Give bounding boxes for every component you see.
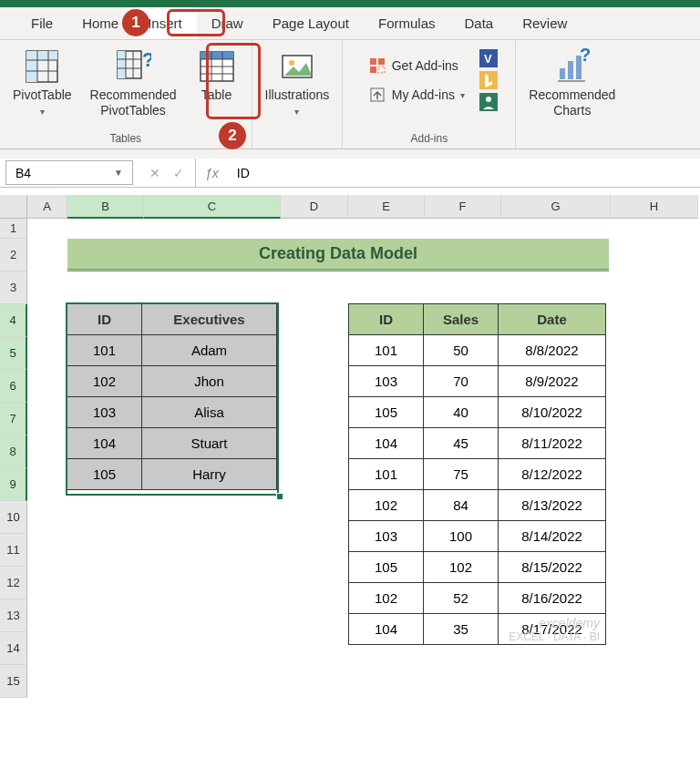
table-cell[interactable]: Stuart	[142, 428, 277, 459]
table-cell[interactable]: 40	[424, 397, 499, 428]
table-cell[interactable]: 75	[424, 459, 499, 490]
table-cell[interactable]: 8/14/2022	[499, 521, 606, 552]
table-cell[interactable]: 45	[424, 428, 499, 459]
table-cell[interactable]: Alisa	[142, 397, 277, 428]
my-addins-button[interactable]: My Add-ins ▾	[361, 82, 472, 107]
row-header[interactable]: 6	[0, 370, 27, 403]
table-cell[interactable]: 35	[424, 614, 499, 645]
visio-icon[interactable]: V	[479, 49, 498, 67]
table-button[interactable]: Table	[190, 44, 244, 107]
pivottable-button[interactable]: PivotTable▾	[7, 44, 77, 122]
table-row: 1051028/15/2022	[349, 552, 606, 583]
tab-review[interactable]: Review	[508, 7, 582, 39]
table-cell[interactable]: 101	[349, 459, 424, 490]
tab-file[interactable]: File	[16, 7, 67, 39]
col-header[interactable]: E	[348, 195, 425, 219]
table-cell[interactable]: Adam	[142, 335, 277, 366]
ribbon-group-illustrations: Illustrations▾	[252, 40, 344, 148]
row-header[interactable]: 4	[0, 304, 27, 337]
table-header[interactable]: ID	[67, 304, 142, 335]
table-header[interactable]: ID	[349, 304, 424, 335]
table-cell[interactable]: 70	[424, 366, 499, 397]
row-header[interactable]: 10	[0, 501, 27, 534]
col-header[interactable]: H	[611, 195, 698, 219]
tab-draw[interactable]: Draw	[197, 7, 258, 39]
table-cell[interactable]: 103	[67, 397, 142, 428]
row-header[interactable]: 12	[0, 567, 27, 599]
table-cell[interactable]: 8/8/2022	[499, 335, 606, 366]
row-header[interactable]: 2	[0, 239, 27, 271]
formula-bar[interactable]: ID	[228, 159, 700, 187]
row-header[interactable]: 15	[0, 665, 27, 698]
row-header[interactable]: 8	[0, 435, 27, 468]
row-header[interactable]: 5	[0, 337, 27, 370]
row-header[interactable]: 7	[0, 403, 27, 435]
people-icon[interactable]	[479, 93, 498, 111]
recommended-pivottables-icon: ?	[114, 47, 152, 86]
table-cell[interactable]: 8/10/2022	[499, 397, 606, 428]
table-cell[interactable]: 8/15/2022	[499, 552, 606, 583]
cancel-icon[interactable]: ✕	[149, 166, 160, 180]
executives-table: IDExecutives 101Adam102Jhon103Alisa104St…	[67, 303, 277, 490]
col-header[interactable]: G	[501, 195, 611, 219]
illustrations-button[interactable]: Illustrations▾	[260, 44, 335, 122]
recommended-pivottables-button[interactable]: ? Recommended PivotTables	[85, 44, 182, 122]
table-cell[interactable]: 105	[349, 552, 424, 583]
table-cell[interactable]: 8/12/2022	[499, 459, 606, 490]
table-row: 101Adam	[67, 335, 277, 366]
table-cell[interactable]: 102	[349, 583, 424, 614]
table-cell[interactable]: Harry	[142, 459, 277, 490]
svg-rect-2	[26, 51, 57, 60]
table-cell[interactable]: 104	[349, 614, 424, 645]
col-header[interactable]: C	[144, 195, 281, 219]
table-header[interactable]: Date	[499, 304, 606, 335]
table-cell[interactable]: 52	[424, 583, 499, 614]
table-cell[interactable]: 50	[424, 335, 499, 366]
table-cell[interactable]: 102	[424, 552, 499, 583]
table-cell[interactable]: 8/9/2022	[499, 366, 606, 397]
tab-data[interactable]: Data	[449, 7, 508, 39]
name-box[interactable]: B4▼	[5, 160, 133, 185]
table-row: 103708/9/2022	[349, 366, 606, 397]
table-cell[interactable]: 102	[349, 490, 424, 521]
row-header[interactable]: 9	[0, 468, 27, 501]
col-header[interactable]: B	[67, 195, 144, 219]
row-header[interactable]: 13	[0, 599, 27, 632]
bing-icon[interactable]	[479, 71, 498, 89]
table-row: 1031008/14/2022	[349, 521, 606, 552]
table-cell[interactable]: 101	[67, 335, 142, 366]
col-header[interactable]: D	[281, 195, 348, 219]
table-row: 105Harry	[67, 459, 277, 490]
tab-page-layout[interactable]: Page Layout	[258, 7, 364, 39]
table-header[interactable]: Executives	[142, 304, 277, 335]
table-cell[interactable]: 100	[424, 521, 499, 552]
table-cell[interactable]: 102	[67, 366, 142, 397]
table-cell[interactable]: 8/16/2022	[499, 583, 606, 614]
get-addins-button[interactable]: Get Add-ins	[361, 53, 472, 78]
table-cell[interactable]: 104	[67, 428, 142, 459]
fx-icon[interactable]: ƒx	[196, 159, 228, 187]
table-cell[interactable]: 8/11/2022	[499, 428, 606, 459]
table-cell[interactable]: 101	[349, 335, 424, 366]
table-cell[interactable]: Jhon	[142, 366, 277, 397]
table-header[interactable]: Sales	[424, 304, 499, 335]
table-cell[interactable]: 103	[349, 521, 424, 552]
tab-formulas[interactable]: Formulas	[364, 7, 450, 39]
formula-bar-row: B4▼ ✕ ✓ ƒx ID	[0, 159, 700, 188]
selection-handle[interactable]	[276, 493, 283, 500]
col-header[interactable]: A	[27, 195, 67, 219]
row-header[interactable]: 3	[0, 271, 27, 304]
table-cell[interactable]: 103	[349, 366, 424, 397]
col-header[interactable]: F	[425, 195, 501, 219]
table-cell[interactable]: 84	[424, 490, 499, 521]
row-header[interactable]: 11	[0, 534, 27, 567]
table-cell[interactable]: 8/13/2022	[499, 490, 606, 521]
table-cell[interactable]: 105	[67, 459, 142, 490]
recommended-charts-button[interactable]: ? Recommended Charts	[523, 44, 621, 122]
row-header[interactable]: 14	[0, 632, 27, 665]
enter-icon[interactable]: ✓	[173, 166, 184, 180]
row-header[interactable]: 1	[0, 219, 27, 239]
select-all-corner[interactable]	[0, 195, 27, 219]
table-cell[interactable]: 105	[349, 397, 424, 428]
table-cell[interactable]: 104	[349, 428, 424, 459]
